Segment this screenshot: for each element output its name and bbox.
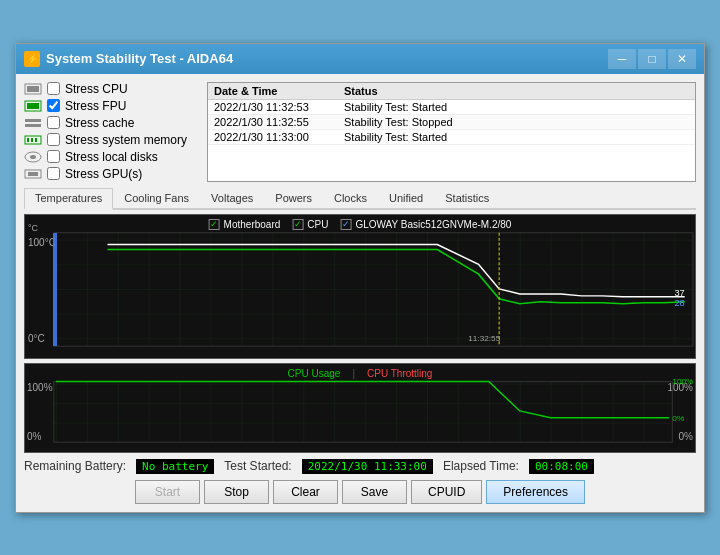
buttons-row: Start Stop Clear Save CPUID Preferences xyxy=(24,480,696,504)
stress-cpu-checkbox[interactable] xyxy=(47,82,60,95)
log-cell-status-0: Stability Test: Started xyxy=(344,101,447,113)
svg-text:37: 37 xyxy=(674,288,684,298)
tab-temperatures[interactable]: Temperatures xyxy=(24,188,113,210)
window-controls: ─ □ ✕ xyxy=(608,49,696,69)
tabs-bar: Temperatures Cooling Fans Voltages Power… xyxy=(24,188,696,210)
log-panel: Date & Time Status 2022/1/30 11:32:53 St… xyxy=(207,82,696,182)
stress-memory-item: Stress system memory xyxy=(24,133,199,147)
temp-chart-svg: 37 28 11:32:55 xyxy=(25,215,695,358)
cpu-chart: CPU Usage | CPU Throttling 100% 0% 100% … xyxy=(24,363,696,453)
elapsed-value: 00:08:00 xyxy=(529,459,594,474)
save-button[interactable]: Save xyxy=(342,480,407,504)
preferences-button[interactable]: Preferences xyxy=(486,480,585,504)
log-cell-status-1: Stability Test: Stopped xyxy=(344,116,453,128)
legend-check-nvme: ✓ xyxy=(340,219,351,230)
stress-options: Stress CPU Stress FPU Stress cache Stres… xyxy=(24,82,199,182)
svg-rect-20 xyxy=(54,381,672,442)
svg-rect-13 xyxy=(28,172,38,176)
close-button[interactable]: ✕ xyxy=(668,49,696,69)
legend-motherboard: ✓ Motherboard xyxy=(209,219,281,230)
stress-fpu-label: Stress FPU xyxy=(65,99,126,113)
svg-rect-5 xyxy=(25,124,41,127)
start-button[interactable]: Start xyxy=(135,480,200,504)
battery-label: Remaining Battery: xyxy=(24,459,126,473)
stress-memory-label: Stress system memory xyxy=(65,133,187,147)
cache-icon xyxy=(24,117,42,129)
fpu-icon xyxy=(24,100,42,112)
stress-cache-checkbox[interactable] xyxy=(47,116,60,129)
battery-value: No battery xyxy=(136,459,214,474)
svg-rect-1 xyxy=(27,86,39,92)
stress-cache-label: Stress cache xyxy=(65,116,134,130)
legend-mb-label: Motherboard xyxy=(224,219,281,230)
cpu-chart-legend: CPU Usage | CPU Throttling xyxy=(288,368,433,379)
tab-unified[interactable]: Unified xyxy=(378,188,434,208)
stress-memory-checkbox[interactable] xyxy=(47,133,60,146)
svg-rect-8 xyxy=(31,138,33,142)
stress-fpu-item: Stress FPU xyxy=(24,99,199,113)
memory-icon xyxy=(24,134,42,146)
svg-text:0%: 0% xyxy=(672,413,684,422)
test-started-label: Test Started: xyxy=(224,459,291,473)
stress-cpu-item: Stress CPU xyxy=(24,82,199,96)
cpuid-button[interactable]: CPUID xyxy=(411,480,482,504)
log-col-datetime: Date & Time xyxy=(214,85,344,97)
top-section: Stress CPU Stress FPU Stress cache Stres… xyxy=(24,82,696,182)
clear-button[interactable]: Clear xyxy=(273,480,338,504)
svg-rect-7 xyxy=(27,138,29,142)
cpu-throttling-label: CPU Throttling xyxy=(367,368,432,379)
maximize-button[interactable]: □ xyxy=(638,49,666,69)
titlebar: ⚡ System Stability Test - AIDA64 ─ □ ✕ xyxy=(16,44,704,74)
svg-point-11 xyxy=(30,155,36,159)
status-bar: Remaining Battery: No battery Test Start… xyxy=(24,459,696,474)
app-icon: ⚡ xyxy=(24,51,40,67)
stress-cache-item: Stress cache xyxy=(24,116,199,130)
log-row: 2022/1/30 11:32:53 Stability Test: Start… xyxy=(208,100,695,115)
legend-cpu: ✓ CPU xyxy=(292,219,328,230)
tab-clocks[interactable]: Clocks xyxy=(323,188,378,208)
gpu-icon xyxy=(24,168,42,180)
stress-gpu-item: Stress GPU(s) xyxy=(24,167,199,181)
stress-cpu-label: Stress CPU xyxy=(65,82,128,96)
tab-voltages[interactable]: Voltages xyxy=(200,188,264,208)
tab-statistics[interactable]: Statistics xyxy=(434,188,500,208)
svg-text:28: 28 xyxy=(674,297,684,307)
svg-text:100%: 100% xyxy=(672,376,693,385)
test-started-value: 2022/1/30 11:33:00 xyxy=(302,459,433,474)
cpu-usage-label: CPU Usage xyxy=(288,368,341,379)
elapsed-label: Elapsed Time: xyxy=(443,459,519,473)
main-content: Stress CPU Stress FPU Stress cache Stres… xyxy=(16,74,704,512)
svg-rect-4 xyxy=(25,119,41,122)
cpu-icon xyxy=(24,83,42,95)
disk-icon xyxy=(24,151,42,163)
temperature-chart: ✓ Motherboard ✓ CPU ✓ GLOWAY Basic512GNV… xyxy=(24,214,696,359)
stress-gpu-checkbox[interactable] xyxy=(47,167,60,180)
log-cell-status-2: Stability Test: Started xyxy=(344,131,447,143)
legend-nvme-label: GLOWAY Basic512GNVMe-M.2/80 xyxy=(355,219,511,230)
chart-indicator xyxy=(53,233,57,346)
stop-button[interactable]: Stop xyxy=(204,480,269,504)
temp-chart-legend: ✓ Motherboard ✓ CPU ✓ GLOWAY Basic512GNV… xyxy=(209,219,512,230)
svg-rect-9 xyxy=(35,138,37,142)
legend-check-mb: ✓ xyxy=(209,219,220,230)
svg-text:11:32:55: 11:32:55 xyxy=(468,334,501,343)
legend-check-cpu: ✓ xyxy=(292,219,303,230)
legend-cpu-label: CPU xyxy=(307,219,328,230)
log-header: Date & Time Status xyxy=(208,83,695,100)
stress-fpu-checkbox[interactable] xyxy=(47,99,60,112)
log-cell-dt-1: 2022/1/30 11:32:55 xyxy=(214,116,344,128)
svg-rect-3 xyxy=(27,103,39,109)
stress-gpu-label: Stress GPU(s) xyxy=(65,167,142,181)
legend-nvme: ✓ GLOWAY Basic512GNVMe-M.2/80 xyxy=(340,219,511,230)
tab-cooling[interactable]: Cooling Fans xyxy=(113,188,200,208)
log-cell-dt-2: 2022/1/30 11:33:00 xyxy=(214,131,344,143)
stress-disks-label: Stress local disks xyxy=(65,150,158,164)
main-window: ⚡ System Stability Test - AIDA64 ─ □ ✕ S… xyxy=(15,43,705,513)
stress-disks-item: Stress local disks xyxy=(24,150,199,164)
tab-powers[interactable]: Powers xyxy=(264,188,323,208)
log-cell-dt-0: 2022/1/30 11:32:53 xyxy=(214,101,344,113)
minimize-button[interactable]: ─ xyxy=(608,49,636,69)
log-row: 2022/1/30 11:32:55 Stability Test: Stopp… xyxy=(208,115,695,130)
log-row: 2022/1/30 11:33:00 Stability Test: Start… xyxy=(208,130,695,145)
stress-disks-checkbox[interactable] xyxy=(47,150,60,163)
